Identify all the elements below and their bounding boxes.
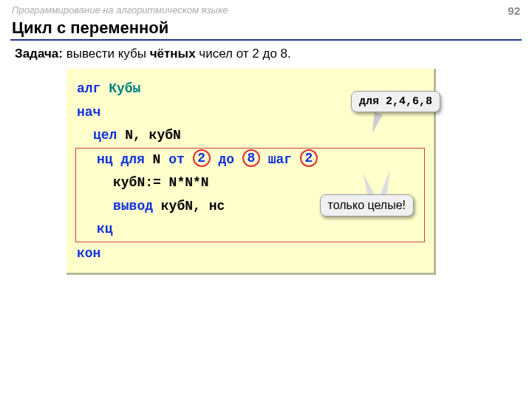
page-number: 92 bbox=[508, 4, 520, 17]
assign-line: кубN:= N*N*N bbox=[81, 171, 209, 195]
task-line: Задача: вывести кубы чётных чисел от 2 д… bbox=[0, 47, 532, 69]
code-line-7: кц bbox=[81, 218, 420, 242]
code-line-8: кон bbox=[77, 242, 423, 266]
circle-step: 2 bbox=[300, 149, 318, 167]
callout-values: для 2,4,6,8 bbox=[351, 91, 440, 112]
slide-title: Цикл с переменной bbox=[0, 18, 532, 39]
callout-note: только целые! bbox=[320, 194, 414, 216]
print-args: кубN, нс bbox=[153, 199, 225, 214]
task-bold: чётных bbox=[150, 47, 196, 61]
circle-from: 2 bbox=[193, 149, 211, 167]
code-area: алг Кубы нач цел N, кубN нц для N от 2 д… bbox=[66, 69, 436, 275]
task-label: Задача: bbox=[15, 47, 63, 61]
prog-name: Кубы bbox=[109, 81, 140, 96]
kw-int: цел bbox=[93, 128, 117, 143]
task-text-2: чисел от 2 до 8. bbox=[196, 47, 291, 61]
kw-step: шаг bbox=[268, 152, 292, 167]
circle-to: 8 bbox=[242, 149, 260, 167]
title-rule bbox=[10, 39, 522, 41]
kw-endloop: кц bbox=[81, 218, 113, 242]
kw-from: от bbox=[168, 152, 185, 167]
decl-vars: N, кубN bbox=[117, 128, 180, 143]
code-line-4: нц для N от 2 до 8 шаг 2 bbox=[81, 149, 420, 172]
kw-alg: алг bbox=[77, 81, 109, 96]
kw-to: до bbox=[218, 152, 234, 167]
task-text-1: вывести кубы bbox=[63, 47, 150, 61]
course-label: Программирование на алгоритмическом язык… bbox=[12, 4, 228, 17]
kw-print: вывод bbox=[113, 199, 153, 214]
var-n: N bbox=[145, 152, 168, 167]
kw-for: нц для bbox=[97, 152, 145, 167]
